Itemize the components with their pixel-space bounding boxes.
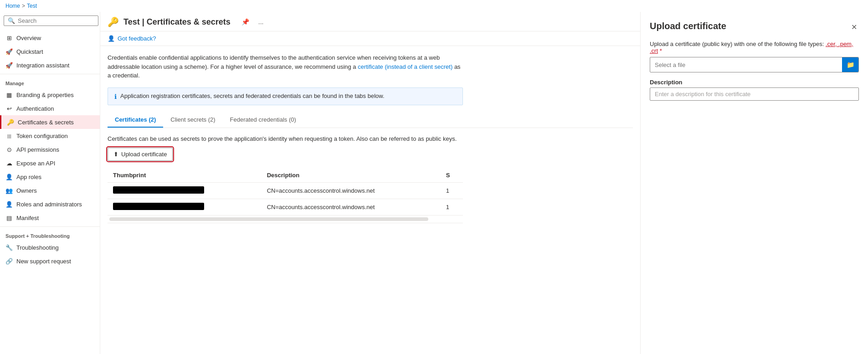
upload-icon: ⬆ bbox=[113, 151, 118, 158]
cell-s-2: 1 bbox=[441, 199, 463, 215]
sidebar-item-new-support[interactable]: 🔗 New support request bbox=[0, 254, 100, 268]
feedback-icon: 👤 bbox=[108, 35, 115, 42]
sidebar-item-overview[interactable]: ⊞ Overview bbox=[0, 31, 100, 45]
feedback-button[interactable]: 👤 Got feedback? bbox=[108, 35, 156, 42]
tab-federated-credentials[interactable]: Federated credentials (0) bbox=[223, 113, 303, 128]
info-icon: ℹ bbox=[114, 93, 117, 100]
cell-description-2: CN=accounts.accesscontrol.windows.net bbox=[262, 199, 441, 215]
sidebar-item-troubleshooting[interactable]: 🔧 Troubleshooting bbox=[0, 241, 100, 254]
sidebar-item-api-permissions[interactable]: ⊙ API permissions bbox=[0, 143, 100, 156]
expose-icon: ☁ bbox=[5, 159, 13, 167]
required-star: * bbox=[660, 47, 662, 54]
table-scrollbar[interactable] bbox=[109, 217, 428, 221]
cell-thumbprint-2 bbox=[108, 199, 262, 215]
sidebar-item-integration[interactable]: 🚀 Integration assistant bbox=[0, 58, 100, 72]
sidebar-item-label: Troubleshooting bbox=[16, 244, 59, 251]
col-description: Description bbox=[262, 168, 441, 183]
description-section: Description bbox=[650, 72, 859, 101]
scrollbar-row bbox=[108, 215, 463, 223]
certificates-icon: 🔑 bbox=[7, 118, 14, 126]
sidebar-item-label: API permissions bbox=[16, 146, 59, 153]
sidebar-item-roles-admins[interactable]: 👤 Roles and administrators bbox=[0, 197, 100, 211]
table-row: CN=accounts.accesscontrol.windows.net 1 bbox=[108, 199, 463, 215]
col-thumbprint: Thumbprint bbox=[108, 168, 262, 183]
breadcrumb-current[interactable]: Test bbox=[27, 3, 37, 9]
cell-thumbprint-1 bbox=[108, 182, 262, 199]
col-s: S bbox=[441, 168, 463, 183]
sidebar-item-label: Branding & properties bbox=[16, 92, 74, 98]
description-field-label: Description bbox=[650, 79, 859, 86]
content-area: 🔑 Test | Certificates & secrets 📌 ... 👤 … bbox=[100, 12, 640, 354]
sidebar-item-label: Roles and administrators bbox=[16, 201, 82, 208]
breadcrumb-home[interactable]: Home bbox=[5, 3, 20, 9]
search-box[interactable]: 🔍 bbox=[4, 15, 98, 26]
sidebar-item-label: Manifest bbox=[16, 215, 39, 221]
sidebar-item-label: App roles bbox=[16, 174, 41, 180]
file-input-row: 📁 bbox=[650, 57, 859, 72]
roles-icon: 👤 bbox=[5, 200, 13, 208]
table-container: Thumbprint Description S CN=accounts.acc… bbox=[108, 168, 463, 223]
sidebar-divider bbox=[0, 74, 100, 74]
sidebar-item-manifest[interactable]: ▤ Manifest bbox=[0, 211, 100, 225]
description-input[interactable] bbox=[650, 87, 859, 101]
top-bar: 👤 Got feedback? bbox=[100, 31, 640, 46]
right-panel-title: Upload certificate bbox=[650, 21, 726, 31]
file-path-input[interactable] bbox=[650, 59, 842, 71]
upload-certificate-button[interactable]: ⬆ Upload certificate bbox=[108, 148, 173, 161]
page-header-actions: 📌 ... bbox=[239, 17, 267, 26]
sidebar: 🔍 « ⊞ Overview 🚀 Quickstart 🚀 Integratio… bbox=[0, 12, 100, 354]
manage-section-label: Manage bbox=[0, 76, 100, 88]
breadcrumb: Home > Test bbox=[0, 0, 868, 12]
redacted-thumbprint-2 bbox=[113, 203, 204, 210]
tab-client-secrets[interactable]: Client secrets (2) bbox=[163, 113, 222, 128]
sidebar-item-label: Authentication bbox=[16, 105, 54, 112]
sidebar-item-owners[interactable]: 👥 Owners bbox=[0, 184, 100, 197]
tab-certificates[interactable]: Certificates (2) bbox=[108, 113, 163, 128]
info-text: Application registration certificates, s… bbox=[120, 92, 385, 99]
page-title: Test | Certificates & secrets bbox=[123, 17, 231, 27]
approles-icon: 👤 bbox=[5, 173, 13, 180]
file-browse-button[interactable]: 📁 bbox=[842, 57, 858, 72]
overview-icon: ⊞ bbox=[5, 34, 13, 41]
sidebar-nav: ⊞ Overview 🚀 Quickstart 🚀 Integration as… bbox=[0, 29, 100, 354]
sidebar-item-authentication[interactable]: ↩ Authentication bbox=[0, 102, 100, 115]
cell-description-1: CN=accounts.accesscontrol.windows.net bbox=[262, 182, 441, 199]
file-upload-section: Upload a certificate (public key) with o… bbox=[650, 41, 859, 72]
integration-icon: 🚀 bbox=[5, 62, 13, 69]
sidebar-item-certificates[interactable]: 🔑 Certificates & secrets bbox=[0, 115, 100, 129]
close-button[interactable]: ✕ bbox=[849, 21, 859, 33]
upload-hint-text: Upload a certificate (public key) with o… bbox=[650, 41, 824, 47]
sidebar-item-label: Token configuration bbox=[16, 133, 68, 139]
support-section-label: Support + Troubleshooting bbox=[0, 229, 100, 241]
manifest-icon: ▤ bbox=[5, 214, 13, 221]
search-input[interactable] bbox=[18, 17, 94, 24]
pin-button[interactable]: 📌 bbox=[239, 17, 252, 26]
more-button[interactable]: ... bbox=[256, 17, 267, 26]
sidebar-item-quickstart[interactable]: 🚀 Quickstart bbox=[0, 45, 100, 58]
page-header: 🔑 Test | Certificates & secrets 📌 ... bbox=[100, 12, 640, 31]
owners-icon: 👥 bbox=[5, 187, 13, 194]
sidebar-item-label: Quickstart bbox=[16, 48, 43, 55]
sidebar-item-label: Owners bbox=[16, 187, 37, 194]
sidebar-item-label: Expose an API bbox=[16, 160, 55, 167]
right-panel: Upload certificate ✕ Upload a certificat… bbox=[640, 12, 868, 354]
sidebar-item-branding[interactable]: ▦ Branding & properties bbox=[0, 88, 100, 102]
tabs: Certificates (2) Client secrets (2) Fede… bbox=[108, 113, 633, 128]
info-banner: ℹ Application registration certificates,… bbox=[108, 87, 463, 105]
file-upload-hint: Upload a certificate (public key) with o… bbox=[650, 41, 859, 54]
tab-description: Certificates can be used as secrets to p… bbox=[108, 135, 463, 142]
folder-icon: 📁 bbox=[847, 61, 854, 68]
cell-s-1: 1 bbox=[441, 182, 463, 199]
troubleshooting-icon: 🔧 bbox=[5, 244, 13, 251]
api-icon: ⊙ bbox=[5, 146, 13, 153]
right-panel-header: Upload certificate ✕ bbox=[650, 21, 859, 33]
sidebar-item-app-roles[interactable]: 👤 App roles bbox=[0, 170, 100, 184]
token-icon: ⫼ bbox=[5, 132, 13, 139]
auth-icon: ↩ bbox=[5, 105, 13, 112]
certificate-link[interactable]: certificate (instead of a client secret) bbox=[358, 63, 452, 70]
redacted-thumbprint-1 bbox=[113, 186, 204, 194]
table-row: CN=accounts.accesscontrol.windows.net 1 bbox=[108, 182, 463, 199]
sidebar-item-token[interactable]: ⫼ Token configuration bbox=[0, 129, 100, 143]
sidebar-item-expose-api[interactable]: ☁ Expose an API bbox=[0, 156, 100, 170]
support-icon: 🔗 bbox=[5, 257, 13, 265]
